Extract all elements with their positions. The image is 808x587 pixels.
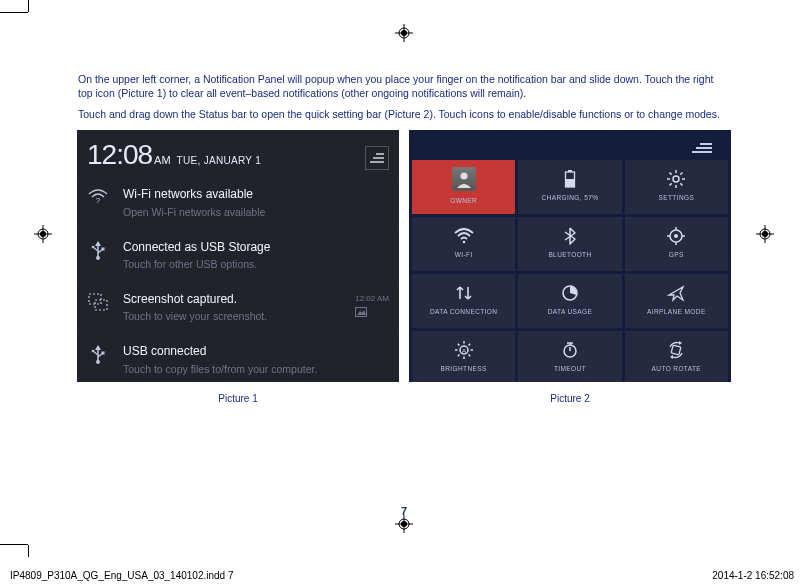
page-number: 7 [0, 505, 808, 517]
tile-data-connection[interactable]: DATA CONNECTION [412, 274, 515, 328]
picture-thumb-icon [355, 307, 389, 317]
registration-mark-icon [34, 225, 52, 243]
svg-point-31 [92, 350, 95, 353]
notification-item[interactable]: ? Wi-Fi networks available Open Wi-Fi ne… [77, 176, 399, 228]
notification-time: 12:02 AM [355, 294, 389, 305]
svg-rect-33 [102, 352, 105, 355]
figure-1: 12:08 AM TUE, JANUARY 1 ? [77, 130, 399, 406]
svg-text:?: ? [96, 196, 101, 204]
usb-icon [83, 239, 113, 261]
quick-settings-panel: OWNER CHARGING, 57% SETT [409, 130, 731, 382]
svg-line-45 [681, 173, 683, 175]
notification-subtitle: Touch to view your screenshot. [123, 309, 345, 323]
svg-point-21 [92, 245, 95, 248]
paragraph-2: Touch and drag down the Status bar to op… [78, 107, 730, 121]
svg-line-44 [681, 184, 683, 186]
tile-settings[interactable]: SETTINGS [625, 160, 728, 214]
svg-text:A: A [462, 348, 466, 354]
tile-data-usage[interactable]: DATA USAGE [518, 274, 621, 328]
clock-date: TUE, JANUARY 1 [177, 154, 261, 168]
footer: IP4809_P310A_QG_Eng_USA_03_140102.indd 7… [10, 570, 794, 581]
notification-title: Connected as USB Storage [123, 239, 389, 255]
airplane-icon [667, 284, 685, 302]
svg-line-62 [468, 344, 470, 346]
crop-mark [0, 12, 28, 13]
svg-line-46 [670, 184, 672, 186]
wifi-question-icon: ? [83, 186, 113, 204]
tile-label: AUTO ROTATE [652, 365, 702, 374]
tile-label: TIMEOUT [554, 365, 586, 374]
tile-label: WI-FI [455, 251, 473, 260]
gps-icon [667, 227, 685, 245]
notification-subtitle: Touch to copy files to/from your compute… [123, 362, 389, 376]
svg-line-43 [670, 173, 672, 175]
svg-rect-25 [95, 300, 107, 310]
data-usage-icon [561, 284, 579, 302]
tile-gps[interactable]: GPS [625, 217, 728, 271]
paragraph-1: On the upper left corner, a Notification… [78, 72, 730, 100]
svg-line-61 [468, 355, 470, 357]
tile-brightness[interactable]: A BRIGHTNESS [412, 331, 515, 382]
svg-point-47 [462, 241, 465, 244]
bluetooth-icon [564, 227, 576, 245]
svg-marker-19 [95, 241, 101, 246]
notification-title: USB connected [123, 343, 389, 359]
tile-owner[interactable]: OWNER [412, 160, 515, 214]
clear-notifications-button[interactable] [365, 146, 389, 170]
timeout-icon [562, 341, 578, 359]
clear-notifications-button[interactable] [687, 140, 717, 156]
crop-mark [28, 0, 29, 12]
tile-label: OWNER [450, 197, 477, 206]
registration-mark-icon [395, 515, 413, 533]
crop-mark [28, 545, 29, 557]
svg-rect-23 [102, 247, 105, 250]
svg-rect-69 [671, 345, 681, 355]
notification-title: Wi-Fi networks available [123, 186, 389, 202]
notification-subtitle: Open Wi-Fi networks available [123, 205, 389, 219]
figure-caption: Picture 1 [218, 392, 257, 406]
notification-header: 12:08 AM TUE, JANUARY 1 [77, 130, 399, 177]
tile-bluetooth[interactable]: BLUETOOTH [518, 217, 621, 271]
tile-label: DATA USAGE [548, 308, 593, 317]
registration-mark-icon [756, 225, 774, 243]
svg-line-60 [457, 344, 459, 346]
tile-label: SETTINGS [658, 194, 694, 203]
stairs-icon [370, 152, 384, 164]
svg-line-63 [457, 355, 459, 357]
battery-icon [564, 170, 576, 188]
tile-label: BLUETOOTH [548, 251, 591, 260]
data-connection-icon [455, 284, 473, 302]
tile-label: BRIGHTNESS [441, 365, 487, 374]
figures-row: 12:08 AM TUE, JANUARY 1 ? [78, 130, 730, 406]
svg-point-38 [673, 176, 679, 182]
tile-auto-rotate[interactable]: AUTO ROTATE [625, 331, 728, 382]
body-content: On the upper left corner, a Notification… [78, 72, 730, 405]
svg-marker-29 [95, 345, 101, 350]
tile-label: CHARGING, 57% [542, 194, 599, 203]
avatar-icon [452, 167, 476, 191]
brightness-icon: A [455, 341, 473, 359]
footer-timestamp: 2014-1-2 16:52:08 [712, 570, 794, 581]
tile-battery[interactable]: CHARGING, 57% [518, 160, 621, 214]
tile-airplane-mode[interactable]: AIRPLANE MODE [625, 274, 728, 328]
tile-label: AIRPLANE MODE [647, 308, 706, 317]
footer-filename: IP4809_P310A_QG_Eng_USA_03_140102.indd 7 [10, 570, 234, 581]
clock-ampm: AM [154, 153, 171, 168]
quick-settings-grid: OWNER CHARGING, 57% SETT [409, 160, 731, 382]
notification-item[interactable]: USB connected Touch to copy files to/fro… [77, 333, 399, 381]
registration-mark-icon [395, 24, 413, 42]
tile-label: GPS [669, 251, 684, 260]
figure-2: OWNER CHARGING, 57% SETT [409, 130, 731, 406]
notification-item[interactable]: Connected as USB Storage Touch for other… [77, 229, 399, 281]
notification-title: Screenshot captured. [123, 291, 345, 307]
clock-time: 12:08 [87, 136, 152, 174]
tile-timeout[interactable]: TIMEOUT [518, 331, 621, 382]
gear-icon [667, 170, 685, 188]
wifi-icon [454, 227, 474, 245]
notification-item[interactable]: Screenshot captured. Touch to view your … [77, 281, 399, 333]
notification-subtitle: Touch for other USB options. [123, 257, 389, 271]
auto-rotate-icon [667, 341, 685, 359]
svg-marker-71 [670, 355, 673, 359]
usb-icon [83, 343, 113, 365]
tile-wifi[interactable]: WI-FI [412, 217, 515, 271]
